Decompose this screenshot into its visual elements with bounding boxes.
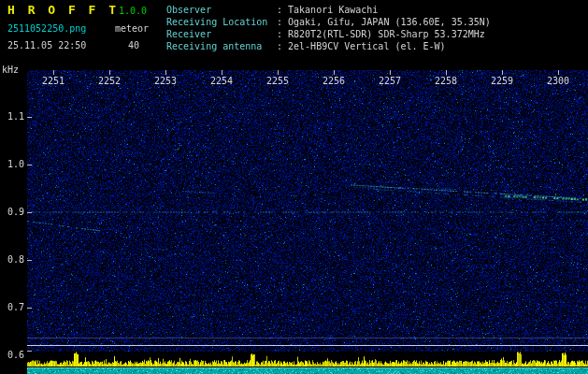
info-row-antenna: Receiving antenna:2el-HB9CV Vertical (el… (166, 40, 491, 52)
info-row-location: Receiving Location:Ogaki, Gifu, JAPAN (1… (166, 16, 491, 28)
info-label: Receiving Location (166, 16, 277, 28)
info-label: Observer (166, 4, 277, 16)
info-separator: : (277, 29, 288, 39)
output-filename: 2511052250.png (7, 23, 86, 34)
hrofft-window: H R O F F T 1.0.0 2511052250.png meteor … (0, 0, 588, 374)
x-axis-label: 2253 (147, 76, 184, 86)
x-axis-label: 2251 (35, 76, 72, 86)
info-separator: : (277, 41, 288, 51)
info-label: Receiving antenna (166, 40, 277, 52)
y-axis-label: 0.7 (7, 302, 24, 312)
x-axis-label: 2258 (427, 76, 465, 86)
y-axis-label: 1.1 (7, 111, 24, 122)
x-axis-label: 2254 (203, 76, 240, 86)
info-separator: : (277, 17, 288, 27)
info-separator: : (277, 5, 288, 15)
mode-label: meteor (115, 23, 149, 34)
info-value: Takanori Kawachi (288, 5, 378, 15)
info-value: R820T2(RTL-SDR) SDR-Sharp 53.372MHz (288, 29, 485, 39)
info-row-observer: Observer:Takanori Kawachi (166, 4, 491, 16)
x-axis-label: 2255 (259, 76, 296, 86)
station-info: Observer:Takanori Kawachi Receiving Loca… (166, 4, 491, 52)
datetime-label: 25.11.05 22:50 (7, 40, 86, 50)
spectrogram-canvas (0, 0, 588, 374)
y-axis-label: 0.9 (7, 207, 24, 217)
info-row-receiver: Receiver:R820T2(RTL-SDR) SDR-Sharp 53.37… (166, 28, 491, 40)
x-axis-label: 2257 (371, 76, 409, 86)
x-axis-label: 2252 (91, 76, 128, 86)
y-axis-unit: kHz (2, 65, 19, 75)
gain-value: 40 (128, 40, 139, 50)
app-version: 1.0.0 (119, 6, 147, 16)
info-value: 2el-HB9CV Vertical (el. E-W) (288, 41, 446, 51)
x-axis-label: 2300 (539, 76, 577, 86)
app-title: H R O F F T (7, 3, 119, 17)
y-axis-label: 0.8 (7, 254, 24, 265)
x-axis-label: 2256 (315, 76, 352, 86)
info-value: Ogaki, Gifu, JAPAN (136.60E, 35.35N) (288, 17, 491, 27)
x-axis-label: 2259 (483, 76, 521, 86)
y-axis-label: 1.0 (7, 159, 24, 169)
info-label: Receiver (166, 28, 277, 40)
y-axis-label: 0.6 (7, 350, 24, 360)
